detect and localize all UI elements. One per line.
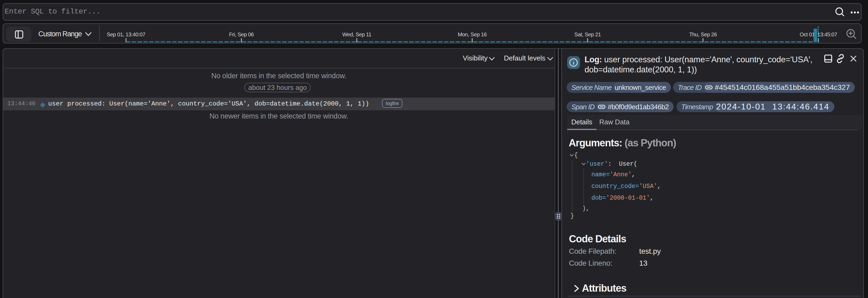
svg-text:Fri, Sep 06: Fri, Sep 06 — [229, 32, 254, 37]
svg-text:Thu, Sep 26: Thu, Sep 26 — [689, 32, 717, 37]
svg-text:Wed, Sep 11: Wed, Sep 11 — [342, 32, 371, 37]
svg-text:Mon, Sep 16: Mon, Sep 16 — [458, 32, 487, 37]
svg-text:Sat, Sep 21: Sat, Sep 21 — [574, 32, 601, 37]
svg-text:Sep 01, 13:40:07: Sep 01, 13:40:07 — [106, 32, 145, 37]
